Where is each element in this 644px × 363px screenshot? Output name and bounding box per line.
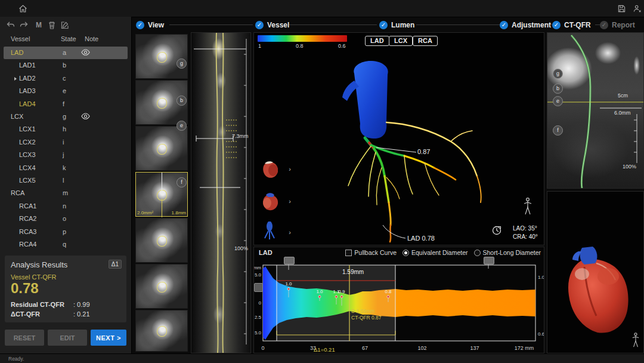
qfr-marker-pin[interactable]	[318, 296, 321, 298]
vessel-name: LCX2	[19, 139, 36, 146]
pending-icon: ✓	[600, 21, 608, 29]
cross-section-thumb-5[interactable]	[135, 218, 188, 263]
vessel-row-lcx1[interactable]: LCX1h	[4, 123, 128, 136]
left-axis-unit: mm	[254, 265, 261, 270]
axis-handle[interactable]	[254, 283, 263, 292]
visibility-eye-icon[interactable]	[81, 49, 90, 56]
segment-badge-e[interactable]: e	[177, 121, 187, 131]
redo-icon[interactable]	[19, 20, 29, 30]
preset-heart-front[interactable]: ›	[258, 157, 289, 181]
qfr-marker-pin[interactable]	[387, 296, 389, 298]
cross-section-thumb-1[interactable]	[135, 34, 188, 79]
cpr-badge-f[interactable]: f	[553, 125, 563, 136]
trim-handle-right[interactable]	[484, 257, 494, 264]
sidebar-toolbar: M	[0, 19, 131, 32]
cross-section-thumb-7[interactable]	[135, 310, 188, 352]
vessel-row-lcx5[interactable]: LCX5l	[4, 174, 128, 187]
lumen-contour-ring	[157, 144, 167, 155]
cross-section-thumb-3[interactable]	[135, 126, 188, 171]
vessel-row-lad2[interactable]: LAD2c	[4, 72, 128, 85]
checkbox-icon[interactable]	[345, 250, 352, 256]
straight-zoom-label: 100%	[234, 245, 248, 251]
vessel-name: RCA2	[19, 215, 36, 222]
vessel-row-lcx[interactable]: LCXg	[4, 110, 128, 123]
vessel-name: LCX4	[19, 164, 36, 171]
vessel-row-rca3[interactable]: RCA3p	[4, 226, 128, 238]
reset-button[interactable]: RESET	[5, 330, 44, 346]
step-vessel[interactable]: ✓Vessel	[255, 20, 289, 30]
3d-coronary-viewer[interactable]: 1 0.8 0.6 LAD LCX RCA	[253, 32, 544, 245]
cpr-badge-e[interactable]: e	[553, 96, 563, 106]
control-pullback-curve[interactable]: Pullback Curve	[345, 249, 397, 256]
delete-icon[interactable]	[47, 20, 57, 30]
radio-icon[interactable]	[402, 250, 409, 256]
check-icon: ✓	[255, 21, 264, 29]
vessel-state: o	[63, 215, 66, 222]
segment-badge-g[interactable]: g	[177, 59, 187, 69]
save-icon[interactable]	[617, 4, 627, 14]
control-short-long-diameter[interactable]: Short-Long Diameter	[474, 249, 541, 256]
vessel-row-rca1[interactable]: RCA1n	[4, 200, 128, 213]
vessel-row-lad1[interactable]: LAD1b	[4, 59, 128, 72]
edit-icon[interactable]	[60, 20, 70, 30]
marker-m-icon[interactable]: M	[34, 20, 44, 30]
vessel-row-lcx4[interactable]: LCX4k	[4, 162, 128, 174]
straightened-vessel-view[interactable]: 7.3mm 100%	[191, 32, 251, 353]
vessel-row-rca[interactable]: RCAm	[4, 187, 128, 199]
next-button[interactable]: NEXT >	[91, 330, 126, 346]
qfr-marker-pin[interactable]	[287, 288, 290, 290]
cpr-badge-b[interactable]: b	[553, 84, 563, 94]
tooltip-ctqfr: CT-QFR 0.87	[351, 315, 382, 321]
vessel-name: RCA	[11, 189, 24, 196]
cross-section-thumb-6[interactable]	[135, 264, 188, 309]
segment-badge-f[interactable]: f	[177, 177, 187, 187]
vessel-row-lcx3[interactable]: LCX3j	[4, 149, 128, 161]
chart-vessel-label: LAD	[259, 249, 273, 256]
vessel-row-lcx2[interactable]: LCX2i	[4, 136, 128, 149]
control-equivalent-diameter[interactable]: Equivalent Diameter	[402, 249, 468, 256]
vessel-name: LAD4	[19, 100, 36, 107]
step-view[interactable]: ✓View	[136, 20, 164, 30]
qfr-marker-pin[interactable]	[340, 296, 343, 298]
step-label: Vessel	[267, 21, 289, 29]
vessel-state: e	[63, 87, 66, 94]
expand-arrow-icon[interactable]	[14, 77, 17, 81]
diameter-plot[interactable]: 1.01.01.10.90.8 03367102137172 mm5.02.50…	[254, 259, 544, 353]
heart-render-view[interactable]	[547, 191, 644, 353]
visibility-eye-icon[interactable]	[81, 113, 90, 120]
home-icon[interactable]	[18, 4, 28, 14]
diameter-chart-panel: LAD Pullback CurveEquivalent DiameterSho…	[253, 247, 544, 353]
analysis-results-panel: Analysis Results Δ1 Vessel CT-QFR 0.78 R…	[5, 256, 126, 322]
vessel-row-rca2[interactable]: RCA2o	[4, 213, 128, 225]
vessel-row-lad4[interactable]: LAD4f	[4, 98, 128, 110]
cpr-badge-g[interactable]: g	[553, 69, 563, 79]
step-report[interactable]: ✓Report	[600, 20, 635, 30]
step-ctqfr[interactable]: ✓CT-QFR	[552, 20, 591, 30]
preset-vessel-tree[interactable]: ›	[258, 220, 289, 241]
radio-icon[interactable]	[474, 250, 481, 256]
user-logout-icon[interactable]	[632, 4, 642, 14]
qfr-marker-pin[interactable]	[335, 296, 338, 298]
vessel-row-rca4[interactable]: RCA4q	[4, 238, 128, 251]
edit-button[interactable]: EDIT	[48, 330, 87, 346]
col-vessel: Vessel	[11, 35, 30, 42]
vessel-state: c	[63, 75, 66, 82]
undo-icon[interactable]	[6, 20, 16, 30]
vessel-name: LCX	[11, 113, 23, 120]
step-lumen[interactable]: ✓Lumen	[379, 20, 414, 30]
qfr-marker-label: 1.0	[285, 281, 292, 287]
step-label: Report	[612, 21, 635, 29]
curved-mpr-view[interactable]: 5cm 6.0mm 100% gbef	[547, 32, 644, 189]
col-state: State	[61, 35, 76, 42]
preset-heart-back[interactable]: ›	[258, 189, 289, 213]
rotate-view-icon[interactable]	[491, 225, 502, 236]
trim-handle-left[interactable]	[284, 257, 295, 264]
col-note: Note	[85, 35, 98, 42]
vessel-row-lad3[interactable]: LAD3e	[4, 85, 128, 97]
step-connector	[169, 24, 253, 25]
vessel-row-lad[interactable]: LADa	[4, 47, 128, 59]
segment-badge-b[interactable]: b	[177, 96, 187, 106]
check-icon: ✓	[379, 21, 388, 29]
control-label: Equivalent Diameter	[411, 249, 468, 256]
step-adjustment[interactable]: ✓Adjustment	[500, 20, 551, 30]
